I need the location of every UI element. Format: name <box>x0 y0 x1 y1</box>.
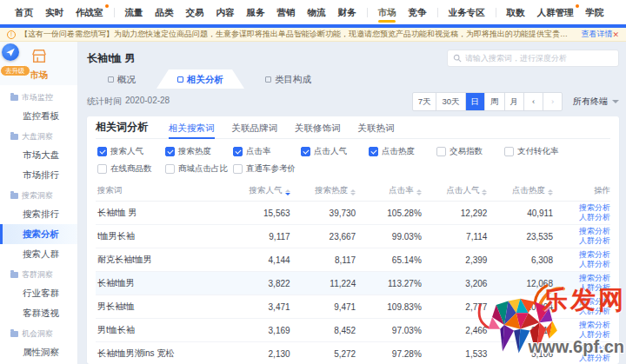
action-link[interactable]: 搜索分析 <box>579 203 610 213</box>
nav-item[interactable]: 实时 <box>41 0 68 24</box>
metric-checkbox[interactable]: 支付转化率 <box>504 146 572 157</box>
next-arrow-button[interactable] <box>543 93 562 110</box>
prev-arrow-button[interactable] <box>523 93 543 110</box>
nav-item-label: 学院 <box>586 7 604 17</box>
panel-tab[interactable]: 相关搜索词 <box>169 116 215 139</box>
metric-value-cell: 105.28% <box>357 208 423 218</box>
nav-item[interactable]: 取数 <box>503 0 529 24</box>
sidebar-item[interactable]: 搜索排行 <box>0 204 77 224</box>
nav-item[interactable]: 财务 <box>334 0 361 24</box>
action-link[interactable]: 搜索分析 <box>579 250 610 260</box>
sidebar-item[interactable]: 市场大盘 <box>0 145 77 165</box>
column-header-sortable[interactable]: 点击人气 <box>423 185 489 196</box>
metric-checkbox[interactable]: 点击率 <box>233 146 301 157</box>
metric-checkbox[interactable]: 点击人气 <box>301 146 369 157</box>
metric-value-cell: 3,822 <box>226 279 292 288</box>
action-link[interactable]: 搜索分析 <box>579 227 610 236</box>
sidebar-item[interactable]: 搜索分析 <box>0 224 77 244</box>
action-link[interactable]: 人群分析 <box>579 236 610 246</box>
checkbox-icon <box>97 147 107 156</box>
column-header-sortable[interactable]: 搜索人气 <box>226 185 292 196</box>
nav-item-label: 取数 <box>507 7 525 17</box>
metric-checkbox[interactable]: 搜索热度 <box>165 146 233 157</box>
metric-checkbox[interactable]: 直通车参考价 <box>233 163 301 175</box>
page-tab[interactable]: 概况 <box>87 69 156 89</box>
notification-link[interactable]: 查看详情 <box>581 29 612 40</box>
sidebar-item[interactable]: 属性洞察 <box>0 342 77 362</box>
column-header-sortable[interactable]: 点击热度 <box>489 185 555 196</box>
sidebar-item[interactable]: 市场排行 <box>0 165 77 185</box>
nav-divider <box>367 8 368 17</box>
panel-tab[interactable]: 关联热词 <box>358 116 395 139</box>
nav-item[interactable]: 品类 <box>151 0 178 24</box>
metric-label: 交易指数 <box>450 146 483 157</box>
metric-checkbox[interactable]: 搜索人气 <box>97 146 165 157</box>
sidebar-item[interactable]: 搜索人群 <box>0 244 77 264</box>
action-link[interactable]: 搜索分析 <box>579 321 610 330</box>
upgrade-badge[interactable]: 去升级 <box>0 65 30 76</box>
assistant-widget[interactable]: 去升级 <box>2 43 31 76</box>
panel-tab[interactable]: 关联品牌词 <box>232 116 278 139</box>
metric-label: 在线商品数 <box>110 163 152 175</box>
period-button[interactable]: 月 <box>504 93 524 110</box>
period-selector: 7天30天日周月 <box>412 92 563 111</box>
column-header-sortable[interactable]: 搜索热度 <box>292 185 358 196</box>
period-button[interactable]: 7天 <box>413 93 436 110</box>
close-icon[interactable] <box>612 30 619 39</box>
period-button[interactable]: 日 <box>465 93 485 110</box>
page-tab[interactable]: 类目构成 <box>244 69 332 89</box>
metric-checkbox[interactable]: 在线商品数 <box>97 163 165 175</box>
metric-checkbox[interactable]: 商城点击占比 <box>165 163 233 175</box>
action-link[interactable]: 人群分析 <box>579 213 610 222</box>
action-link[interactable]: 人群分析 <box>579 354 610 363</box>
nav-item[interactable]: 学院 <box>582 0 609 24</box>
period-button[interactable]: 周 <box>484 93 504 110</box>
nav-item[interactable]: 内容 <box>212 0 239 24</box>
folder-icon <box>10 134 18 140</box>
period-button[interactable]: 30天 <box>436 93 464 110</box>
doc-icon <box>177 76 183 83</box>
action-link[interactable]: 人群分析 <box>579 330 610 340</box>
page-body: 市场 市场监控监控看板大盘洞察市场大盘市场排行搜索洞察搜索排行搜索分析搜索人群客… <box>0 42 626 364</box>
action-link[interactable]: 搜索分析 <box>579 297 610 307</box>
terminal-dropdown[interactable]: 所有终端 <box>573 96 619 108</box>
nav-item[interactable]: 业务专区 <box>444 0 489 24</box>
nav-item[interactable]: 市场 <box>374 0 401 24</box>
metric-checkbox[interactable]: 交易指数 <box>436 146 504 157</box>
action-link[interactable]: 人群分析 <box>579 283 610 293</box>
nav-item[interactable]: 首页 <box>10 0 37 24</box>
action-link[interactable]: 搜索分析 <box>579 344 610 354</box>
nav-item[interactable]: 人群管理 <box>533 0 578 24</box>
search-input[interactable] <box>465 54 613 63</box>
action-link[interactable]: 人群分析 <box>579 260 610 269</box>
checkbox-icon <box>233 147 243 156</box>
action-link[interactable]: 人群分析 <box>579 307 610 316</box>
sidebar-item[interactable]: 监控看板 <box>0 106 77 126</box>
column-header-sortable[interactable]: 点击率 <box>357 185 423 196</box>
sidebar-item[interactable]: 客群透视 <box>0 303 77 323</box>
nav-item[interactable]: 流量 <box>121 0 148 24</box>
metric-value-cell: 5,106 <box>489 349 555 359</box>
nav-item[interactable]: 营销 <box>273 0 300 24</box>
sort-asc-icon <box>548 189 553 192</box>
metric-label: 点击人气 <box>314 146 347 157</box>
stats-controls: 7天30天日周月 所有终端 <box>412 92 619 111</box>
nav-item[interactable]: 交易 <box>182 0 209 24</box>
metric-label: 点击率 <box>246 146 271 157</box>
nav-item[interactable]: 作战室 <box>71 0 108 24</box>
page-tab[interactable]: 相关分析 <box>156 69 244 89</box>
search-term-cell: t恤男长袖 <box>96 230 226 242</box>
nav-item[interactable]: 服务 <box>243 0 270 24</box>
page-tab-label: 相关分析 <box>187 69 223 89</box>
nav-item[interactable]: 物流 <box>303 0 330 24</box>
rocket-icon[interactable] <box>2 43 19 61</box>
sidebar-item[interactable]: 行业客群 <box>0 283 77 303</box>
nav-item[interactable]: 竞争 <box>404 0 431 24</box>
metric-checkbox[interactable]: 点击热度 <box>369 146 436 157</box>
panel-tab[interactable]: 关联修饰词 <box>295 116 341 139</box>
card-header: 相关词分析 相关搜索词关联品牌词关联修饰词关联热词 <box>96 116 610 139</box>
table-body: 长袖t恤 男15,56339,730105.28%12,29240,911搜索分… <box>96 202 610 364</box>
metric-value-cell: 7,114 <box>423 232 489 242</box>
action-link[interactable]: 搜索分析 <box>579 274 610 283</box>
nav-item-label: 竞争 <box>409 7 427 17</box>
